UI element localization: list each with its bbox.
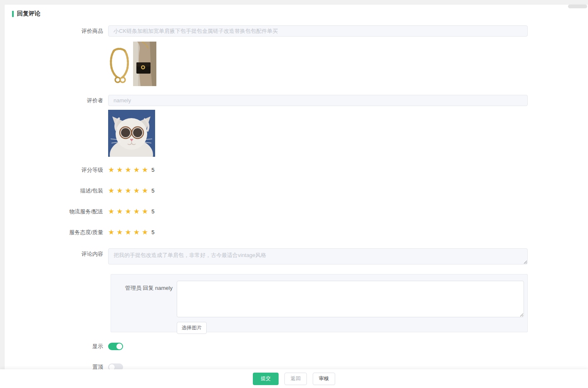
rating-value: 5 — [151, 167, 154, 173]
star-icon[interactable]: ★ — [116, 229, 123, 236]
toggles-section: 显示置顶 — [5, 342, 588, 371]
rating-label: 评分等级 — [5, 166, 108, 173]
reviewer-row: 评价者 — [5, 95, 588, 106]
page-title-text: 回复评论 — [17, 10, 40, 17]
star-icon[interactable]: ★ — [142, 229, 148, 236]
toggle-switch[interactable] — [108, 343, 123, 350]
comment-row: 评论内容 把我的手提包改造成了单肩包，非常好，古今最适合vintage风格 — [5, 248, 588, 266]
star-icon[interactable]: ★ — [142, 187, 148, 194]
star-icon[interactable]: ★ — [142, 208, 148, 215]
product-row: 评价商品 — [5, 25, 588, 37]
rating-label: 服务态度/质量 — [5, 229, 108, 236]
comment-textarea: 把我的手提包改造成了单肩包，非常好，古今最适合vintage风格 — [108, 248, 528, 264]
star-icon[interactable]: ★ — [108, 187, 114, 194]
admin-reply-panel: 管理员 回复 namely 选择图片 — [111, 274, 528, 332]
toggle-knob — [116, 344, 122, 349]
reply-comment-form: 评价商品 — [5, 25, 588, 371]
star-icon[interactable]: ★ — [108, 166, 114, 173]
content-card: 回复评论 评价商品 — [4, 4, 588, 388]
rating-label: 物流服务/配送 — [5, 208, 108, 215]
rating-value: 5 — [151, 188, 154, 194]
star-icon[interactable]: ★ — [125, 229, 131, 236]
toggle-label: 显示 — [5, 342, 108, 351]
star-icon[interactable]: ★ — [142, 166, 148, 173]
product-images-row — [5, 42, 588, 86]
toggle-row-0: 显示 — [5, 342, 588, 351]
product-label: 评价商品 — [5, 25, 108, 37]
reviewer-avatar-row — [5, 110, 588, 157]
rating-value: 5 — [151, 208, 154, 215]
admin-reply-label: 管理员 回复 namely — [111, 281, 177, 334]
reviewer-avatar — [108, 110, 155, 157]
reviewer-input — [108, 95, 528, 106]
star-icon[interactable]: ★ — [108, 229, 114, 236]
submit-button[interactable]: 提交 — [253, 373, 279, 385]
star-icon[interactable]: ★ — [133, 187, 140, 194]
admin-reply-textarea[interactable] — [177, 281, 524, 317]
star-icon[interactable]: ★ — [116, 166, 123, 173]
audit-button[interactable]: 审核 — [313, 373, 335, 385]
footer-action-bar: 提交 返回 审核 — [0, 369, 588, 388]
page-title: 回复评论 — [5, 5, 588, 17]
product-image-bag — [133, 42, 156, 86]
rating-row-0: 评分等级★★★★★5 — [5, 166, 588, 173]
rating-label: 描述/包装 — [5, 187, 108, 194]
ratings-section: 评分等级★★★★★5描述/包装★★★★★5物流服务/配送★★★★★5服务态度/质… — [5, 166, 588, 236]
title-accent-bar — [12, 11, 14, 17]
reviewer-label: 评价者 — [5, 95, 108, 106]
choose-image-button[interactable]: 选择图片 — [177, 322, 207, 334]
rating-row-3: 服务态度/质量★★★★★5 — [5, 229, 588, 236]
star-icon[interactable]: ★ — [133, 166, 140, 173]
back-button[interactable]: 返回 — [284, 373, 307, 385]
star-icon[interactable]: ★ — [108, 208, 114, 215]
rating-value: 5 — [151, 229, 154, 235]
rating-row-1: 描述/包装★★★★★5 — [5, 187, 588, 194]
product-input — [108, 25, 528, 37]
star-icon[interactable]: ★ — [125, 208, 131, 215]
comment-label: 评论内容 — [5, 248, 108, 259]
star-icon[interactable]: ★ — [116, 208, 123, 215]
star-icon[interactable]: ★ — [133, 208, 140, 215]
star-icon[interactable]: ★ — [133, 229, 140, 236]
star-icon[interactable]: ★ — [125, 166, 131, 173]
product-image-chain — [108, 42, 131, 86]
star-icon[interactable]: ★ — [116, 187, 123, 194]
scrollbar-thumb[interactable] — [568, 5, 587, 8]
star-icon[interactable]: ★ — [125, 187, 131, 194]
rating-row-2: 物流服务/配送★★★★★5 — [5, 208, 588, 215]
